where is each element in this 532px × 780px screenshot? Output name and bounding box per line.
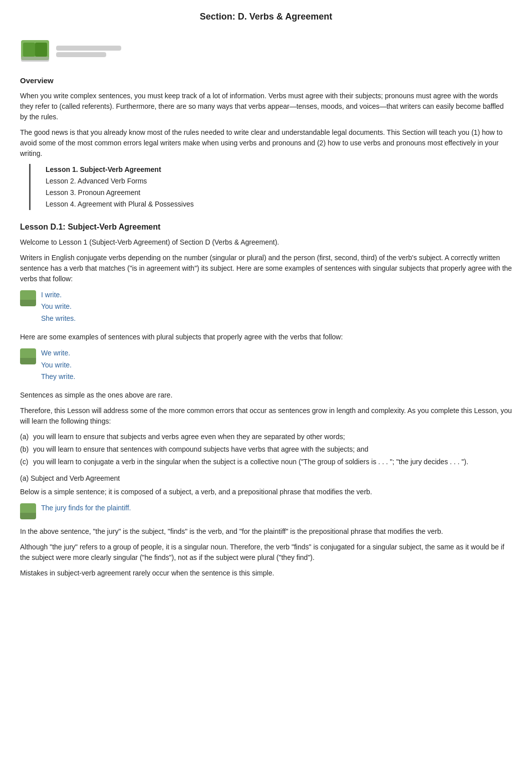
singular-example-2: You write. <box>41 301 76 313</box>
singular-examples-icon <box>20 290 36 306</box>
lesson-list-item-3[interactable]: Lesson 3. Pronoun Agreement <box>46 187 512 199</box>
singular-example-1: I write. <box>41 289 76 301</box>
plural-example-2: You write. <box>41 359 75 371</box>
learning-list: (a) you will learn to ensure that subjec… <box>20 432 512 467</box>
overview-heading: Overview <box>20 75 512 88</box>
plural-example-3: They write. <box>41 371 75 383</box>
lessons-list: Lesson 1. Subject-Verb Agreement Lesson … <box>46 164 512 210</box>
lesson-list-item-1[interactable]: Lesson 1. Subject-Verb Agreement <box>46 164 512 175</box>
plural-intro: Here are some examples of sentences with… <box>20 332 512 342</box>
svg-rect-2 <box>35 43 47 57</box>
lesson-d1-body1: Writers in English conjugate verbs depen… <box>20 253 512 284</box>
singular-examples-text: I write. You write. She writes. <box>41 289 76 325</box>
jury-example-icon <box>20 503 36 519</box>
learning-item-b-label: (b) <box>20 444 29 455</box>
jury-example-text: The jury finds for the plaintiff. <box>41 502 131 514</box>
lesson-list-item-2[interactable]: Lesson 2. Advanced Verb Forms <box>46 175 512 187</box>
learning-item-b: (b) you will learn to ensure that senten… <box>20 444 512 455</box>
lesson-list-item-4[interactable]: Lesson 4. Agreement with Plural & Posses… <box>46 199 512 210</box>
simple-sentence: Sentences as simple as the ones above ar… <box>20 390 512 401</box>
jury-example-block: The jury finds for the plaintiff. <box>20 502 512 519</box>
lesson-list-border: Lesson 1. Subject-Verb Agreement Lesson … <box>29 164 512 210</box>
header-text-line-2 <box>56 52 106 57</box>
mistakes-text: Mistakes in subject-verb agreement rarel… <box>20 568 512 578</box>
overview-para-2: The good news is that you already know m… <box>20 127 512 159</box>
overview-para-1: When you write complex sentences, you mu… <box>20 91 512 122</box>
plural-examples-block: We write. You write. They write. <box>20 347 512 383</box>
jury-example-sentence: The jury finds for the plaintiff. <box>41 502 131 514</box>
learning-item-a: (a) you will learn to ensure that subjec… <box>20 432 512 442</box>
singular-example-3: She writes. <box>41 313 76 325</box>
header-text-line-1 <box>56 46 121 51</box>
page-title: Section: D. Verbs & Agreement <box>20 10 512 28</box>
plural-examples-icon <box>20 348 36 364</box>
svg-rect-1 <box>23 43 35 57</box>
header-text-block <box>56 46 121 57</box>
lesson-d1-intro: Welcome to Lesson 1 (Subject-Verb Agreem… <box>20 237 512 248</box>
above-sentence-text: In the above sentence, "the jury" is the… <box>20 526 512 537</box>
svg-rect-3 <box>21 57 49 62</box>
plural-examples-text: We write. You write. They write. <box>41 347 75 383</box>
learning-item-a-label: (a) <box>20 432 29 442</box>
header-logo <box>20 38 50 65</box>
learning-item-c-label: (c) <box>20 457 29 467</box>
header-area <box>20 38 512 65</box>
lesson-d1-heading: Lesson D.1: Subject-Verb Agreement <box>20 221 512 233</box>
singular-examples-block: I write. You write. She writes. <box>20 289 512 325</box>
learning-item-c: (c) you will learn to conjugate a verb i… <box>20 457 512 467</box>
sub-heading-a: (a) Subject and Verb Agreement <box>20 473 512 484</box>
learning-item-c-content: you will learn to conjugate a verb in th… <box>33 457 512 467</box>
complexity-intro: Therefore, this Lesson will address some… <box>20 406 512 427</box>
plural-example-1: We write. <box>41 347 75 359</box>
learning-item-a-content: you will learn to ensure that subjects a… <box>33 432 512 442</box>
learning-item-b-content: you will learn to ensure that sentences … <box>33 444 512 455</box>
although-text: Although "the jury" refers to a group of… <box>20 542 512 563</box>
below-text: Below is a simple sentence; it is compos… <box>20 487 512 497</box>
